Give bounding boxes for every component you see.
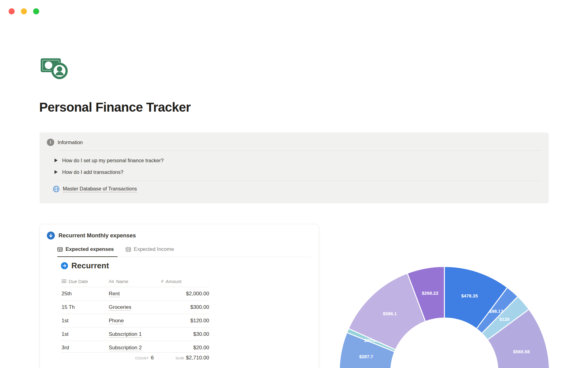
toggle-label: How do I set up my personal finance trac… (62, 158, 164, 163)
tab-expected-income[interactable]: Expected Income (126, 243, 178, 257)
view-title-row: Recurrent (61, 261, 109, 270)
tab-label: Expected expenses (66, 246, 114, 252)
due-date-cell[interactable]: 25th (62, 291, 109, 297)
callout-header: i Information (47, 139, 83, 146)
zoom-window-button[interactable] (33, 8, 39, 14)
amount-cell[interactable]: $30.00 (161, 331, 209, 337)
name-cell: Groceries (109, 304, 161, 310)
list-icon (62, 279, 66, 284)
text-type-icon: Aa (109, 279, 114, 284)
name-link[interactable]: Phone (109, 318, 124, 324)
due-date-cell[interactable]: 15 Th (62, 304, 109, 310)
name-cell: Phone (109, 318, 161, 324)
table-header-row: Due Date Aa Name # Amount (62, 276, 209, 287)
view-tabs: Expected expenses Expected Income (57, 243, 311, 257)
callout-title: Information (58, 140, 83, 145)
table-row: 1st Phone $120.00 (62, 314, 209, 328)
column-label: Name (116, 279, 128, 284)
name-cell: Rent (109, 291, 161, 297)
donut-segment-label: $565.58 (513, 349, 530, 354)
master-database-link[interactable]: Master Database of Transactions (52, 185, 137, 193)
count-aggregate[interactable]: COUNT 6 (109, 355, 161, 361)
column-header-amount[interactable]: # Amount (161, 279, 209, 284)
money-banknote-icon (40, 56, 69, 80)
sum-value: $2,710.00 (186, 355, 209, 361)
view-title: Recurrent (71, 261, 109, 270)
close-window-button[interactable] (9, 8, 15, 14)
info-icon-glyph: i (50, 140, 51, 145)
tab-label: Expected Income (134, 246, 174, 252)
globe-icon (52, 185, 60, 193)
card-title: Recurrent Monthly expenses (58, 232, 136, 239)
down-arrow-circle-icon (47, 232, 55, 240)
expenses-donut-chart: $478.35$98.17$120$565.58$287.7$30.68$586… (325, 252, 564, 368)
due-date-cell[interactable]: 1st (62, 318, 109, 324)
table-row: 25th Rent $2,000.00 (62, 287, 209, 301)
master-database-link-label: Master Database of Transactions (63, 186, 137, 192)
column-header-due-date[interactable]: Due Date (62, 279, 109, 284)
minimize-window-button[interactable] (21, 8, 27, 14)
name-link[interactable]: Rent (109, 291, 120, 297)
tab-expected-expenses[interactable]: Expected expenses (57, 243, 118, 257)
divider (58, 181, 541, 181)
count-value: 6 (151, 355, 154, 361)
expenses-table: Due Date Aa Name # Amount 25th Rent $2,0… (62, 276, 209, 363)
sum-aggregate[interactable]: SUM $2,710.00 (161, 355, 209, 361)
donut-segment-label: $120 (499, 316, 510, 322)
table-row: 1st Subscription 1 $30.00 (62, 328, 209, 341)
column-header-name[interactable]: Aa Name (109, 279, 161, 284)
name-cell: Subscription 2 (109, 345, 161, 351)
due-date-cell[interactable]: 1st (62, 331, 109, 337)
name-link[interactable]: Subscription 2 (109, 345, 142, 351)
name-link[interactable]: Subscription 1 (109, 331, 142, 338)
recurrent-expenses-card: Recurrent Monthly expenses Expected expe… (40, 224, 319, 368)
donut-segment-label: $478.35 (461, 293, 478, 298)
due-date-cell[interactable]: 3rd (62, 345, 109, 351)
info-icon: i (47, 139, 54, 146)
toggle-label: How do I add transactions? (62, 169, 123, 175)
information-callout: i Information How do I set up my persona… (40, 132, 549, 203)
toggle-setup-question[interactable]: How do I set up my personal finance trac… (55, 155, 164, 166)
count-label: COUNT (135, 356, 149, 360)
donut-segment-label: $586.1 (383, 311, 397, 316)
table-row: 3rd Subscription 2 $20.00 (62, 341, 209, 352)
toggle-arrow-icon (55, 170, 58, 174)
amount-cell[interactable]: $120.00 (161, 318, 209, 324)
window-controls (9, 8, 39, 14)
column-label: Due Date (69, 279, 88, 284)
linked-view-arrow-icon (61, 262, 68, 269)
page-title: Personal Finance Tracker (39, 100, 191, 115)
divider (58, 150, 541, 151)
amount-cell[interactable]: $300.00 (161, 304, 209, 310)
table-icon (126, 247, 131, 252)
donut-segment-label: $287.7 (359, 354, 373, 359)
sum-label: SUM (175, 356, 184, 360)
toggle-arrow-icon (55, 159, 58, 162)
amount-cell[interactable]: $20.00 (161, 345, 209, 351)
name-link[interactable]: Groceries (109, 304, 131, 311)
number-type-icon: # (161, 279, 164, 284)
table-row: 15 Th Groceries $300.00 (62, 301, 209, 314)
card-header: Recurrent Monthly expenses (47, 232, 136, 240)
table-icon (57, 247, 63, 252)
donut-segment-label: $98.17 (489, 309, 503, 314)
table-body: 25th Rent $2,000.00 15 Th Groceries $300… (62, 287, 209, 352)
toggle-add-transactions-question[interactable]: How do I add transactions? (55, 166, 123, 178)
name-cell: Subscription 1 (109, 331, 161, 337)
table-footer: COUNT 6 SUM $2,710.00 (62, 352, 209, 363)
page-icon[interactable] (40, 56, 69, 80)
amount-cell[interactable]: $2,000.00 (161, 291, 209, 297)
donut-segment-label: $268.22 (422, 290, 438, 296)
column-label: Amount (166, 279, 182, 284)
